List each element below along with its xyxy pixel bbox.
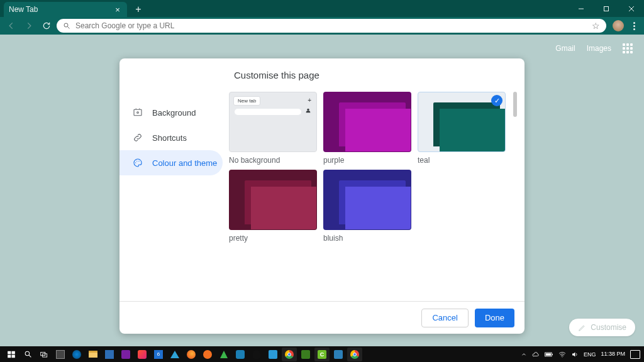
new-tab-button[interactable]: +	[131, 2, 146, 17]
taskbar-app-tux[interactable]	[249, 348, 264, 361]
done-label: Done	[485, 313, 504, 322]
sidenav-shortcuts[interactable]: Shortcuts	[119, 125, 228, 150]
forward-button[interactable]	[21, 18, 36, 33]
taskbar-app-green[interactable]	[298, 348, 313, 361]
theme-swatch-purple[interactable]	[323, 92, 411, 152]
link-icon	[132, 132, 143, 143]
tray-wifi-icon[interactable]	[558, 351, 566, 358]
svg-point-11	[307, 109, 309, 111]
search-icon	[63, 22, 70, 30]
profile-avatar[interactable]	[613, 20, 624, 31]
close-window-button[interactable]	[619, 0, 644, 17]
dialog-title: Customise this page	[228, 58, 519, 92]
tab-title: New Tab	[9, 5, 38, 14]
theme-swatch-no-background[interactable]: New tab+	[229, 92, 317, 152]
mini-tab-label: New tab	[233, 96, 260, 106]
svg-point-23	[562, 356, 562, 357]
svg-point-8	[135, 162, 136, 163]
svg-rect-14	[8, 354, 11, 358]
tray-clock[interactable]: 11:38 PM	[601, 351, 625, 357]
maximize-button[interactable]	[594, 0, 619, 17]
customise-dialog: Background Shortcuts Colour and theme Cu…	[119, 58, 525, 334]
google-apps-icon[interactable]	[623, 43, 633, 53]
theme-swatch-teal[interactable]: ✓	[418, 92, 506, 152]
task-view-icon[interactable]	[36, 348, 52, 361]
tray-notifications-icon[interactable]	[630, 350, 640, 359]
taskbar-app-camtasia[interactable]: C	[314, 348, 330, 361]
sidenav-background[interactable]: Background	[119, 100, 228, 125]
check-icon: ✓	[491, 95, 502, 106]
bookmark-star-icon[interactable]: ☆	[592, 21, 600, 31]
tray-volume-icon[interactable]	[571, 351, 579, 358]
sidenav-shortcuts-label: Shortcuts	[152, 133, 187, 143]
cancel-label: Cancel	[432, 313, 457, 322]
theme-card-teal: ✓teal	[418, 92, 506, 165]
taskbar-app-cal[interactable]: 6	[151, 348, 166, 361]
tray-language[interactable]: ENG	[584, 351, 596, 358]
svg-rect-13	[12, 351, 15, 354]
taskbar-app-1[interactable]	[53, 348, 68, 361]
omnibox-input[interactable]	[75, 21, 587, 30]
theme-label-teal: teal	[418, 156, 506, 165]
taskbar-app-ghost[interactable]	[233, 348, 248, 361]
theme-card-pretty: pretty	[229, 170, 317, 243]
svg-rect-1	[604, 6, 609, 11]
gmail-link[interactable]: Gmail	[555, 44, 575, 53]
svg-rect-15	[12, 354, 15, 358]
tray-cloud-icon[interactable]	[532, 351, 540, 358]
minimize-button[interactable]	[569, 0, 594, 17]
close-tab-icon[interactable]: ×	[113, 5, 122, 14]
windows-taskbar: 6 C ENG 11:38 PM	[0, 346, 644, 362]
theme-swatch-bluish[interactable]	[323, 170, 411, 230]
browser-tab[interactable]: New Tab ×	[4, 2, 127, 17]
themes-grid: New tab+No backgroundpurple✓tealprettybl…	[228, 92, 508, 243]
taskbar-app-explorer[interactable]	[86, 348, 101, 361]
taskbar-app-orange[interactable]	[200, 348, 215, 361]
taskbar-app-pad[interactable]	[265, 348, 280, 361]
omnibox[interactable]: ☆	[57, 19, 606, 33]
images-link[interactable]: Images	[587, 44, 611, 53]
back-button[interactable]	[4, 18, 19, 33]
image-icon	[132, 107, 143, 118]
new-tab-page: Gmail Images Customise Background	[0, 35, 644, 346]
system-tray: ENG 11:38 PM	[521, 350, 640, 359]
browser-menu-button[interactable]	[628, 18, 640, 33]
tray-chevron-up-icon[interactable]	[521, 351, 527, 358]
taskbar-app-snip[interactable]	[118, 348, 133, 361]
sidenav-colour-theme[interactable]: Colour and theme	[119, 150, 223, 175]
taskbar-app-firefox[interactable]	[184, 348, 199, 361]
reload-button[interactable]	[39, 18, 54, 33]
taskbar-app-5b[interactable]	[135, 348, 150, 361]
swatch-layer-bottom	[251, 187, 316, 229]
taskbar-app-chrome[interactable]	[282, 348, 297, 361]
done-button[interactable]: Done	[475, 309, 514, 327]
tray-battery-icon[interactable]	[545, 351, 553, 358]
dialog-footer: Cancel Done	[119, 301, 525, 334]
taskbar-app-triangle[interactable]	[167, 348, 182, 361]
svg-line-17	[29, 355, 31, 357]
theme-card-no-background: New tab+No background	[229, 92, 317, 165]
browser-toolbar: ☆	[0, 17, 644, 35]
svg-point-4	[64, 23, 68, 27]
theme-label-purple: purple	[323, 156, 411, 165]
theme-label-bluish: bluish	[323, 234, 411, 243]
taskbar-app-blue[interactable]	[331, 348, 346, 361]
dialog-scrollbar[interactable]	[513, 92, 517, 117]
cancel-button[interactable]: Cancel	[421, 309, 468, 327]
sidenav-background-label: Background	[152, 108, 196, 118]
customise-page-button[interactable]: Customise	[569, 319, 635, 336]
theme-swatch-pretty[interactable]	[229, 170, 317, 230]
taskbar-app-edge[interactable]	[69, 348, 84, 361]
taskbar-app-store[interactable]	[102, 348, 117, 361]
mini-plus-icon: +	[308, 97, 311, 104]
theme-label-no-background: No background	[229, 156, 317, 165]
swatch-layer-bottom	[345, 187, 411, 229]
mini-body	[230, 119, 316, 151]
window-titlebar: New Tab × +	[0, 0, 644, 17]
dialog-sidenav: Background Shortcuts Colour and theme	[119, 58, 228, 301]
taskbar-app-arrow[interactable]	[216, 348, 231, 361]
search-taskbar-icon[interactable]	[20, 348, 35, 361]
taskbar-app-chrome2[interactable]	[347, 348, 362, 361]
svg-rect-21	[552, 353, 553, 354]
start-button[interactable]	[4, 348, 19, 361]
